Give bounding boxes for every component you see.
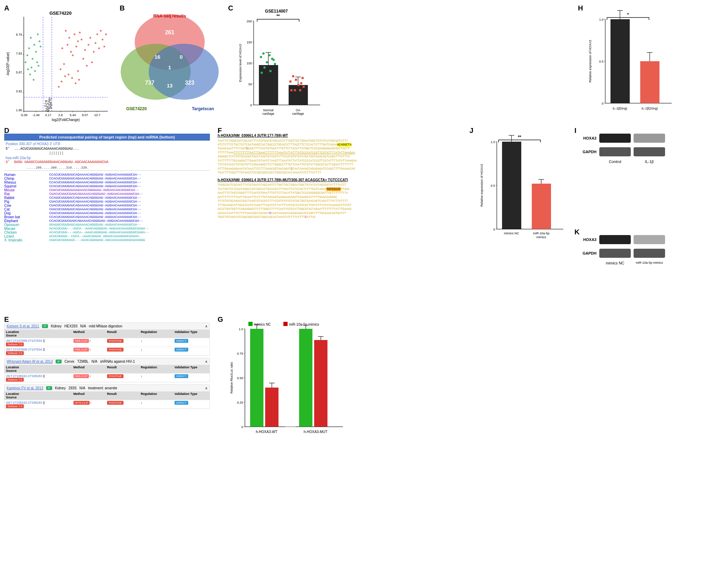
regulation-3-1: ↓ <box>141 401 174 404</box>
venn-diagram-svg: RNA-seq results GSE74220 Targetscan 261 … <box>119 7 220 115</box>
panel-f-label: F <box>218 127 222 135</box>
e-pub-header-2: Whisnant Adam W et al. 2013 IP Cervix TZ… <box>5 358 210 365</box>
svg-point-116 <box>30 37 32 39</box>
col-regulation: Regulation <box>141 366 174 369</box>
svg-point-108 <box>75 83 77 84</box>
svg-text:10.7: 10.7 <box>94 113 100 117</box>
species-row: Chimp CCACUCUUUGAUCAGAAAACAGGGUAU-AUGAAC… <box>4 177 210 180</box>
pub-link-3[interactable]: Karginov FV et al. 2013 <box>7 386 43 390</box>
svg-text:1.0: 1.0 <box>239 327 243 331</box>
col-source: Source <box>6 334 73 337</box>
svg-text:1: 1 <box>168 64 171 70</box>
col-validation: Validation Type <box>175 366 208 369</box>
gapdh-bands <box>599 147 665 156</box>
species-row: Rabbit CCAUUCUUUGACCAGAAAACAGGGUAU-AUGAA… <box>4 196 210 200</box>
svg-point-135 <box>149 44 219 100</box>
volcano-plot-svg: GSE74220 1.96 3.92 5.87 7.83 9.79 <box>6 10 115 122</box>
collapse-1[interactable]: ∧ <box>205 324 207 328</box>
svg-point-88 <box>72 55 74 56</box>
location-2-1[interactable]: chr7:27108162-27108183 i <box>6 374 73 378</box>
source-1-1: TarBase 7.0 <box>6 342 73 346</box>
location-3-1[interactable]: chr7:27108162-27108183 i <box>6 401 73 404</box>
svg-point-43 <box>45 110 47 111</box>
panel-c-svg: GSE114007 ** <box>229 7 324 122</box>
svg-rect-172 <box>268 54 270 56</box>
svg-point-100 <box>95 42 97 44</box>
svg-point-75 <box>49 106 50 108</box>
svg-point-57 <box>49 97 50 99</box>
svg-text:GSE114007: GSE114007 <box>265 9 288 14</box>
col-regulation: Regulation <box>141 330 174 334</box>
species-alignment-table: Human CCACUCUUUGAUCAGAAAACAGGGUAU-AUGAAC… <box>4 173 210 242</box>
hoxa3-blot-label: HOXA3 <box>576 136 596 140</box>
numbering-line: .....290.....300.....310.....320. <box>4 166 210 171</box>
svg-point-51 <box>48 103 49 104</box>
tissue-1: Kidney <box>51 324 62 328</box>
svg-point-90 <box>83 58 84 60</box>
species-row: Brown bat CCACUCUUUGAUCAGAAAACAGGGUAU-AU… <box>4 215 210 219</box>
svg-text:0.5: 0.5 <box>490 184 495 187</box>
hoxa3-bands-k <box>599 235 665 244</box>
svg-text:**: ** <box>518 135 521 140</box>
svg-rect-173 <box>263 66 266 69</box>
svg-text:miR-10a-5p: miR-10a-5p <box>533 232 549 235</box>
species-row: Cat CUACUCUUUGAUCAGAAAACAGGGUAU-AUGAACAA… <box>4 207 210 211</box>
svg-rect-164 <box>259 65 278 105</box>
svg-rect-185 <box>297 84 299 86</box>
svg-point-102 <box>98 48 100 49</box>
svg-text:100: 100 <box>247 62 252 65</box>
svg-point-82 <box>74 34 76 35</box>
blot-x-labels-k: mimics NC miR-10a-5p mimics <box>599 261 693 265</box>
svg-point-93 <box>84 49 86 51</box>
svg-point-74 <box>47 111 49 112</box>
hoxa3-blot-row: HOXA3 <box>576 134 693 143</box>
svg-text:Expression level of HOXA3: Expression level of HOXA3 <box>239 44 242 82</box>
alignment-header: Predicted consequential pairing of targe… <box>4 134 210 141</box>
pub-link-1[interactable]: Kishore S et al. 2011 <box>7 324 39 328</box>
e-pub-header-3: Karginov FV et al. 2013 IP Kidney 293S N… <box>5 385 210 391</box>
svg-point-63 <box>51 104 52 106</box>
panel-k-label: K <box>574 228 579 236</box>
location-1-1[interactable]: chr7:27107608-27107634 i <box>6 339 73 342</box>
svg-text:-log10(P-value): -log10(P-value) <box>6 52 10 76</box>
pipes: ||||||| <box>4 151 210 155</box>
svg-rect-182 <box>300 82 302 84</box>
svg-text:-5.09: -5.09 <box>20 113 28 117</box>
e-col-headers-3: Location Method Result Regulation Valida… <box>5 391 210 400</box>
svg-text:RNA-seq results: RNA-seq results <box>153 14 186 19</box>
svg-text:GSE74220: GSE74220 <box>126 106 147 111</box>
svg-point-59 <box>44 103 46 104</box>
svg-text:-2.46: -2.46 <box>33 113 40 117</box>
svg-text:0.25: 0.25 <box>237 401 243 404</box>
location-1-2[interactable]: chr7:27107606-27107634 i <box>6 348 73 351</box>
svg-rect-260 <box>502 142 521 229</box>
svg-point-105 <box>64 76 66 77</box>
method-1-2: PAR-CLIP i <box>73 348 107 351</box>
svg-text:3.92: 3.92 <box>16 90 22 93</box>
svg-rect-177 <box>289 85 308 105</box>
gapdh-bands-k <box>599 249 665 258</box>
svg-point-94 <box>86 65 88 67</box>
collapse-3[interactable]: ∧ <box>205 386 207 390</box>
cell-3: 293S <box>69 386 77 390</box>
collapse-2[interactable]: ∧ <box>205 360 207 363</box>
svg-text:Relative expression of HOXA3: Relative expression of HOXA3 <box>588 40 592 83</box>
col-result: Result <box>107 330 141 334</box>
svg-rect-167 <box>260 56 262 58</box>
col-validation: Validation Type <box>175 392 208 396</box>
exp-2: shRNAs against HIV-1 <box>100 360 135 363</box>
svg-text:1.96: 1.96 <box>16 108 22 112</box>
pub-link-2[interactable]: Whisnant Adam W et al. 2013 <box>7 360 53 363</box>
col-location: Location <box>6 330 73 334</box>
svg-text:mimics: mimics <box>536 235 546 239</box>
svg-point-83 <box>77 41 79 42</box>
cell-1: HEX293 <box>64 324 77 328</box>
svg-rect-189 <box>299 89 301 91</box>
svg-point-89 <box>81 39 83 41</box>
col-location: Location <box>6 392 73 396</box>
tissue-2: Cervix <box>64 360 74 363</box>
svg-text:8.07: 8.07 <box>82 113 88 117</box>
svg-point-110 <box>100 30 102 32</box>
e-col-headers-2: Location Method Result Regulation Valida… <box>5 365 210 373</box>
col-method: Method <box>73 330 107 334</box>
